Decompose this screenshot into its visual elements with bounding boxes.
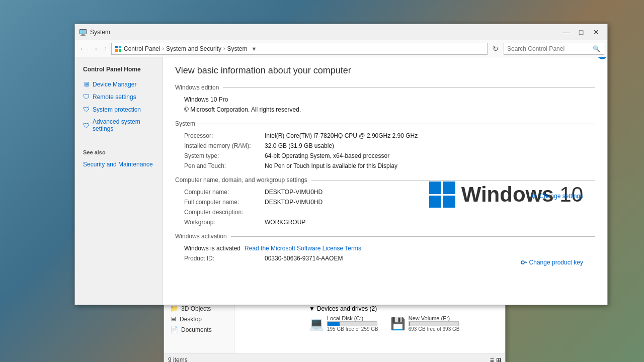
window-title: System bbox=[90, 29, 110, 36]
computer-desc-label: Computer description: bbox=[184, 209, 265, 216]
system-protection-icon: 🛡 bbox=[83, 106, 90, 113]
windows-edition-value: Windows 10 Pro bbox=[184, 96, 228, 103]
minimize-button[interactable]: — bbox=[559, 27, 573, 37]
explorer-item-label: Documents bbox=[181, 326, 212, 333]
devices-drives-header: ▼ Devices and drives (2) bbox=[309, 305, 501, 312]
change-settings-link[interactable]: Change settings bbox=[530, 193, 583, 200]
drive-e-name[interactable]: New Volume (E:) bbox=[409, 315, 460, 321]
svg-rect-4 bbox=[115, 46, 118, 48]
windows-edition-row: Windows 10 Pro bbox=[175, 96, 595, 103]
svg-rect-5 bbox=[119, 46, 121, 48]
workgroup-label: Workgroup: bbox=[184, 219, 265, 226]
back-button[interactable]: ← bbox=[78, 44, 88, 53]
drive-c-icon: 💻 bbox=[309, 317, 324, 331]
ram-label: Installed memory (RAM): bbox=[184, 142, 265, 149]
windows-edition-label: Windows edition bbox=[175, 84, 219, 91]
product-id-label: Product ID: bbox=[184, 255, 265, 262]
sidebar-item-remote-settings[interactable]: 🛡 Remote settings bbox=[75, 90, 163, 103]
sidebar-item-system-protection[interactable]: 🛡 System protection bbox=[75, 103, 163, 116]
pen-touch-row: Pen and Touch: No Pen or Touch Input is … bbox=[175, 162, 595, 169]
main-content: Control Panel Home 🖥 Device Manager 🛡 Re… bbox=[75, 57, 607, 305]
close-button[interactable]: ✕ bbox=[589, 27, 603, 37]
system-window-icon bbox=[79, 28, 87, 36]
maximize-button[interactable]: □ bbox=[574, 27, 588, 37]
activation-status-row: Windows is activated Read the Microsoft … bbox=[175, 245, 595, 252]
ram-row: Installed memory (RAM): 32.0 GB (31.9 GB… bbox=[175, 142, 595, 149]
sidebar-item-security-maintenance[interactable]: Security and Maintenance bbox=[75, 158, 163, 170]
breadcrumb-control-panel[interactable]: Control Panel bbox=[124, 45, 160, 52]
help-button[interactable]: ? bbox=[597, 57, 607, 59]
processor-value: Intel(R) Core(TM) i7-7820HQ CPU @ 2.90GH… bbox=[265, 132, 418, 139]
address-field[interactable]: Control Panel › System and Security › Sy… bbox=[111, 43, 488, 55]
activation-divider: Windows activation bbox=[175, 233, 595, 240]
remote-settings-icon: 🛡 bbox=[83, 93, 90, 101]
grid-view-button[interactable]: ⊞ bbox=[496, 356, 501, 363]
documents-icon: 📄 bbox=[170, 326, 178, 333]
up-button[interactable]: ↑ bbox=[102, 44, 109, 53]
sidebar-item-device-manager[interactable]: 🖥 Device Manager bbox=[75, 78, 163, 90]
computer-name-value: DESKTOP-VIMU0HD bbox=[265, 189, 323, 196]
ms-copyright: © Microsoft Corporation. All rights rese… bbox=[184, 106, 301, 113]
status-bar: 9 items ≡ ⊞ bbox=[164, 353, 505, 362]
breadcrumb-system-security[interactable]: System and Security bbox=[166, 45, 221, 52]
svg-rect-7 bbox=[119, 49, 121, 52]
computer-desc-row: Computer description: bbox=[175, 209, 595, 216]
explorer-main: ▼ Devices and drives (2) 💻 Local Disk (C… bbox=[305, 301, 505, 362]
drive-c-fill bbox=[328, 322, 340, 326]
drive-e-free: 693 GB free of 693 GB bbox=[409, 326, 460, 332]
divider-line-4 bbox=[231, 236, 595, 237]
ram-value: 32.0 GB (31.9 GB usable) bbox=[265, 142, 334, 149]
system-type-value: 64-bit Operating System, x64-based proce… bbox=[265, 152, 389, 159]
address-bar: ← → ↑ Control Panel › System and Securit… bbox=[75, 40, 607, 57]
drive-e-fill bbox=[409, 322, 410, 326]
drive-e-icon: 💾 bbox=[390, 317, 406, 331]
system-type-row: System type: 64-bit Operating System, x6… bbox=[175, 152, 595, 159]
explorer-sidebar: 📁 3D Objects 🖥 Desktop 📄 Documents bbox=[164, 301, 234, 362]
search-icon[interactable]: 🔍 bbox=[593, 45, 600, 52]
svg-point-8 bbox=[533, 195, 535, 198]
svg-point-9 bbox=[521, 261, 524, 264]
activation-link[interactable]: Read the Microsoft Software License Term… bbox=[245, 245, 361, 252]
page-title: View basic information about your comput… bbox=[175, 65, 595, 76]
see-also-title: See also bbox=[75, 148, 163, 158]
sidebar: Control Panel Home 🖥 Device Manager 🛡 Re… bbox=[75, 57, 163, 305]
product-id-value: 00330-50636-93714-AAOEM bbox=[265, 255, 343, 262]
refresh-button[interactable]: ↻ bbox=[490, 44, 502, 54]
drive-e-info: 💾 New Volume (E:) 693 GB free of 693 GB bbox=[390, 315, 460, 332]
change-key-text: Change product key bbox=[529, 259, 583, 266]
activation-section: Windows is activated Read the Microsoft … bbox=[175, 245, 595, 262]
explorer-item-label: 3D Objects bbox=[181, 305, 211, 312]
activation-status: Windows is activated bbox=[184, 245, 240, 252]
drive-c-bar bbox=[327, 321, 377, 326]
divider-line-3 bbox=[311, 180, 595, 180]
ms-copyright-row: © Microsoft Corporation. All rights rese… bbox=[175, 106, 595, 113]
title-bar-buttons: — □ ✕ bbox=[559, 27, 603, 37]
drives-grid: 💻 Local Disk (C:) 195 GB free of 259 GB bbox=[309, 315, 501, 332]
activation-section-label: Windows activation bbox=[175, 233, 227, 240]
explorer-item-desktop[interactable]: 🖥 Desktop bbox=[164, 314, 234, 324]
status-items-count: 9 items bbox=[168, 356, 188, 363]
search-input[interactable] bbox=[507, 45, 593, 52]
change-settings-text: Change settings bbox=[539, 193, 583, 200]
drive-c-name[interactable]: Local Disk (C:) bbox=[327, 315, 378, 321]
full-computer-name-value: DESKTOP-VIMU0HD bbox=[265, 199, 323, 206]
explorer-item-documents[interactable]: 📄 Documents bbox=[164, 324, 234, 335]
address-dropdown[interactable]: ▼ bbox=[249, 46, 259, 52]
sidebar-item-advanced-system[interactable]: 🛡 Advanced system settings bbox=[75, 116, 163, 135]
processor-row: Processor: Intel(R) Core(TM) i7-7820HQ C… bbox=[175, 132, 595, 139]
forward-button[interactable]: → bbox=[90, 44, 100, 53]
list-view-button[interactable]: ≡ bbox=[490, 356, 494, 363]
workgroup-value: WORKGROUP bbox=[265, 219, 305, 226]
collapse-icon[interactable]: ▼ bbox=[309, 305, 315, 312]
devices-drives-label: Devices and drives (2) bbox=[317, 305, 377, 312]
computer-name-label: Computer name: bbox=[184, 189, 265, 196]
advanced-system-icon: 🛡 bbox=[83, 122, 90, 129]
windows-edition-divider: Windows edition bbox=[175, 84, 595, 91]
system-type-label: System type: bbox=[184, 152, 265, 159]
breadcrumb-system[interactable]: System bbox=[227, 45, 247, 52]
explorer-content: 📁 3D Objects 🖥 Desktop 📄 Documents ▼ Dev… bbox=[164, 301, 505, 362]
sidebar-home[interactable]: Control Panel Home bbox=[75, 63, 163, 78]
svg-rect-6 bbox=[115, 49, 118, 52]
change-product-key-link[interactable]: Change product key bbox=[520, 259, 583, 266]
system-divider: System bbox=[175, 120, 595, 127]
